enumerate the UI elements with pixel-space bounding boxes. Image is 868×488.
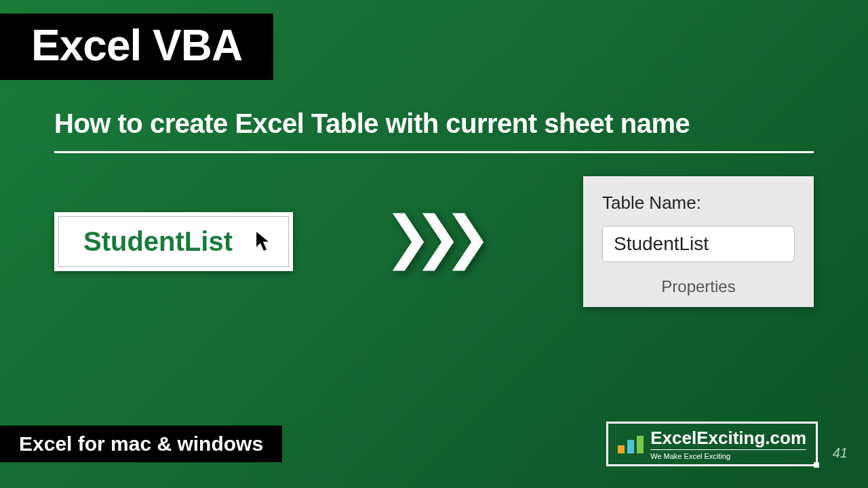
title-badge: Excel VBA [0,14,273,80]
brand-corner-icon [814,462,819,468]
page-number: 41 [833,445,848,461]
brand-logo-icon [618,436,644,453]
cursor-icon [254,229,275,258]
content-row: StudentList Table Name: StudentList Prop… [54,176,814,307]
sheet-tab: StudentList [58,216,289,267]
chevrons-icon [389,211,488,272]
brand-box: ExcelExciting.com We Make Excel Exciting [606,422,818,466]
platform-text: Excel for mac & windows [19,432,263,455]
table-name-label: Table Name: [602,192,795,214]
brand-text: ExcelExciting.com We Make Excel Exciting [650,429,806,460]
sheet-tab-illustration: StudentList [54,212,293,271]
subtitle-heading: How to create Excel Table with current s… [54,108,814,153]
platform-badge: Excel for mac & windows [0,426,282,462]
title-text: Excel VBA [31,21,242,70]
sheet-tab-label: StudentList [83,226,233,256]
properties-label: Properties [602,277,795,296]
brand-name: ExcelExciting.com [650,429,806,447]
table-name-input: StudentList [602,226,795,262]
properties-panel: Table Name: StudentList Properties [583,176,814,307]
subtitle-text: How to create Excel Table with current s… [54,108,690,138]
brand-tagline: We Make Excel Exciting [650,449,806,460]
